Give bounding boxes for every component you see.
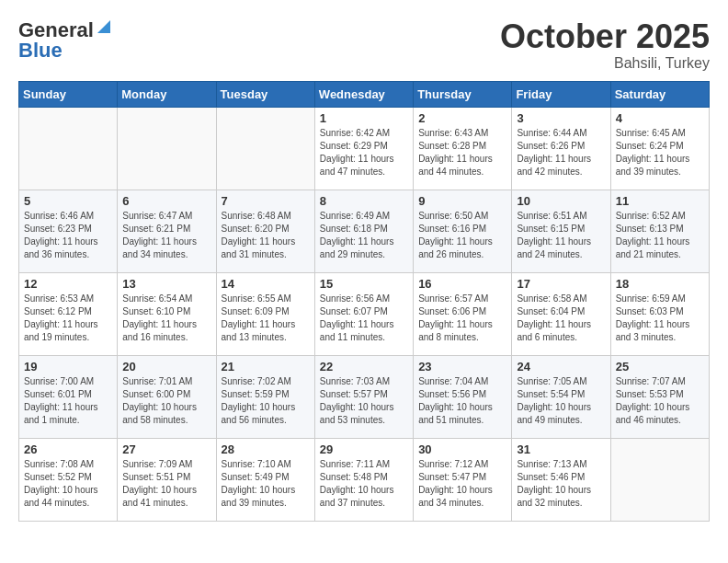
location: Bahsili, Turkey [500, 55, 710, 72]
calendar-cell: 13Sunrise: 6:54 AM Sunset: 6:10 PM Dayli… [118, 272, 216, 355]
calendar-cell: 28Sunrise: 7:10 AM Sunset: 5:49 PM Dayli… [216, 438, 314, 521]
day-number: 14 [222, 277, 310, 291]
calendar-table: SundayMondayTuesdayWednesdayThursdayFrid… [18, 81, 710, 522]
calendar-cell: 21Sunrise: 7:02 AM Sunset: 5:59 PM Dayli… [216, 355, 314, 438]
calendar-cell: 11Sunrise: 6:52 AM Sunset: 6:13 PM Dayli… [610, 190, 709, 272]
calendar-cell: 24Sunrise: 7:05 AM Sunset: 5:54 PM Dayli… [512, 355, 610, 438]
day-number: 29 [320, 442, 408, 456]
day-info: Sunrise: 6:45 AM Sunset: 6:24 PM Dayligh… [616, 127, 704, 178]
calendar-week-row: 12Sunrise: 6:53 AM Sunset: 6:12 PM Dayli… [19, 272, 710, 355]
calendar-cell: 2Sunrise: 6:43 AM Sunset: 6:28 PM Daylig… [414, 107, 512, 190]
day-number: 2 [418, 111, 506, 125]
calendar-cell: 25Sunrise: 7:07 AM Sunset: 5:53 PM Dayli… [610, 355, 709, 438]
day-number: 20 [122, 360, 210, 373]
day-info: Sunrise: 7:07 AM Sunset: 5:53 PM Dayligh… [616, 375, 704, 427]
day-number: 18 [616, 277, 704, 291]
logo-icon [96, 18, 112, 35]
calendar-cell: 18Sunrise: 6:59 AM Sunset: 6:03 PM Dayli… [610, 272, 709, 355]
day-number: 17 [517, 277, 605, 291]
day-number: 28 [222, 442, 310, 456]
day-info: Sunrise: 7:04 AM Sunset: 5:56 PM Dayligh… [418, 375, 506, 427]
day-number: 9 [418, 194, 506, 208]
day-number: 11 [616, 194, 704, 208]
calendar-cell: 31Sunrise: 7:13 AM Sunset: 5:46 PM Dayli… [512, 438, 610, 521]
calendar-cell: 10Sunrise: 6:51 AM Sunset: 6:15 PM Dayli… [512, 190, 610, 272]
day-info: Sunrise: 6:48 AM Sunset: 6:20 PM Dayligh… [222, 210, 310, 261]
day-info: Sunrise: 6:42 AM Sunset: 6:29 PM Dayligh… [320, 127, 408, 178]
day-number: 21 [222, 360, 310, 373]
day-info: Sunrise: 6:46 AM Sunset: 6:23 PM Dayligh… [24, 210, 112, 261]
weekday-header: Monday [118, 81, 216, 107]
day-info: Sunrise: 7:13 AM Sunset: 5:46 PM Dayligh… [517, 458, 605, 510]
day-info: Sunrise: 6:43 AM Sunset: 6:28 PM Dayligh… [418, 127, 506, 178]
day-info: Sunrise: 7:11 AM Sunset: 5:48 PM Dayligh… [320, 458, 408, 510]
day-info: Sunrise: 7:01 AM Sunset: 6:00 PM Dayligh… [122, 375, 210, 427]
weekday-header: Saturday [610, 81, 709, 107]
calendar-cell: 1Sunrise: 6:42 AM Sunset: 6:29 PM Daylig… [314, 107, 413, 190]
day-info: Sunrise: 6:53 AM Sunset: 6:12 PM Dayligh… [24, 293, 112, 344]
month-title: October 2025 [500, 18, 710, 55]
weekday-header: Tuesday [216, 81, 314, 107]
day-info: Sunrise: 6:44 AM Sunset: 6:26 PM Dayligh… [517, 127, 605, 178]
day-info: Sunrise: 6:59 AM Sunset: 6:03 PM Dayligh… [616, 293, 704, 344]
calendar-cell: 19Sunrise: 7:00 AM Sunset: 6:01 PM Dayli… [19, 355, 118, 438]
day-info: Sunrise: 6:57 AM Sunset: 6:06 PM Dayligh… [418, 293, 506, 344]
calendar-cell: 5Sunrise: 6:46 AM Sunset: 6:23 PM Daylig… [19, 190, 118, 272]
day-number: 31 [517, 442, 605, 456]
day-info: Sunrise: 6:51 AM Sunset: 6:15 PM Dayligh… [517, 210, 605, 261]
day-info: Sunrise: 7:03 AM Sunset: 5:57 PM Dayligh… [320, 375, 408, 427]
day-info: Sunrise: 7:08 AM Sunset: 5:52 PM Dayligh… [24, 458, 112, 510]
day-info: Sunrise: 6:47 AM Sunset: 6:21 PM Dayligh… [122, 210, 210, 261]
title-section: October 2025 Bahsili, Turkey [500, 18, 710, 72]
calendar-cell: 6Sunrise: 6:47 AM Sunset: 6:21 PM Daylig… [118, 190, 216, 272]
day-info: Sunrise: 6:50 AM Sunset: 6:16 PM Dayligh… [418, 210, 506, 261]
day-number: 30 [418, 442, 506, 456]
day-number: 4 [616, 111, 704, 125]
calendar-cell: 14Sunrise: 6:55 AM Sunset: 6:09 PM Dayli… [216, 272, 314, 355]
weekday-header: Friday [512, 81, 610, 107]
day-number: 27 [122, 442, 210, 456]
day-number: 12 [24, 277, 112, 291]
day-number: 19 [24, 360, 112, 373]
day-info: Sunrise: 7:02 AM Sunset: 5:59 PM Dayligh… [222, 375, 310, 427]
calendar-week-row: 26Sunrise: 7:08 AM Sunset: 5:52 PM Dayli… [19, 438, 710, 521]
day-info: Sunrise: 6:58 AM Sunset: 6:04 PM Dayligh… [517, 293, 605, 344]
weekday-header: Thursday [414, 81, 512, 107]
weekday-header: Sunday [19, 81, 118, 107]
day-info: Sunrise: 7:00 AM Sunset: 6:01 PM Dayligh… [24, 375, 112, 427]
day-info: Sunrise: 7:05 AM Sunset: 5:54 PM Dayligh… [517, 375, 605, 427]
day-number: 5 [24, 194, 112, 208]
day-number: 16 [418, 277, 506, 291]
svg-marker-0 [97, 20, 110, 33]
day-number: 22 [320, 360, 408, 373]
calendar-cell [118, 107, 216, 190]
day-number: 3 [517, 111, 605, 125]
day-number: 10 [517, 194, 605, 208]
calendar-week-row: 19Sunrise: 7:00 AM Sunset: 6:01 PM Dayli… [19, 355, 710, 438]
day-number: 25 [616, 360, 704, 373]
calendar-cell: 20Sunrise: 7:01 AM Sunset: 6:00 PM Dayli… [118, 355, 216, 438]
calendar-cell: 16Sunrise: 6:57 AM Sunset: 6:06 PM Dayli… [414, 272, 512, 355]
day-number: 13 [122, 277, 210, 291]
calendar-cell: 8Sunrise: 6:49 AM Sunset: 6:18 PM Daylig… [314, 190, 413, 272]
day-number: 6 [122, 194, 210, 208]
calendar-cell: 3Sunrise: 6:44 AM Sunset: 6:26 PM Daylig… [512, 107, 610, 190]
calendar-cell: 30Sunrise: 7:12 AM Sunset: 5:47 PM Dayli… [414, 438, 512, 521]
day-info: Sunrise: 6:52 AM Sunset: 6:13 PM Dayligh… [616, 210, 704, 261]
day-number: 1 [320, 111, 408, 125]
calendar-cell: 9Sunrise: 6:50 AM Sunset: 6:16 PM Daylig… [414, 190, 512, 272]
day-number: 7 [222, 194, 310, 208]
day-info: Sunrise: 6:54 AM Sunset: 6:10 PM Dayligh… [122, 293, 210, 344]
calendar-cell: 12Sunrise: 6:53 AM Sunset: 6:12 PM Dayli… [19, 272, 118, 355]
calendar-cell: 15Sunrise: 6:56 AM Sunset: 6:07 PM Dayli… [314, 272, 413, 355]
calendar-week-row: 1Sunrise: 6:42 AM Sunset: 6:29 PM Daylig… [19, 107, 710, 190]
calendar-cell [610, 438, 709, 521]
logo: General Blue [18, 18, 112, 63]
calendar-cell: 26Sunrise: 7:08 AM Sunset: 5:52 PM Dayli… [19, 438, 118, 521]
calendar-cell: 22Sunrise: 7:03 AM Sunset: 5:57 PM Dayli… [314, 355, 413, 438]
weekday-header-row: SundayMondayTuesdayWednesdayThursdayFrid… [19, 81, 710, 107]
day-info: Sunrise: 7:10 AM Sunset: 5:49 PM Dayligh… [222, 458, 310, 510]
day-number: 24 [517, 360, 605, 373]
day-number: 23 [418, 360, 506, 373]
calendar-cell [216, 107, 314, 190]
